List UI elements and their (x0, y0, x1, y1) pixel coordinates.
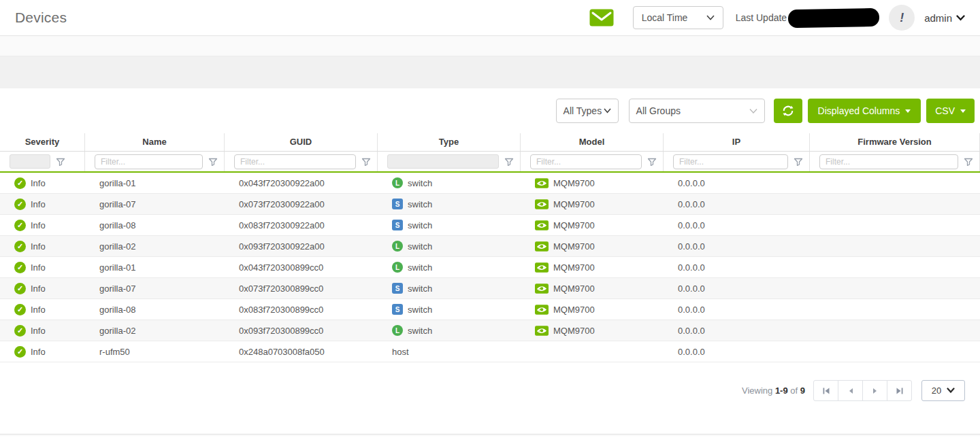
device-model-cell: MQM9700 (521, 178, 664, 188)
column-header-type[interactable]: Type (378, 133, 521, 151)
model-filter-cell (521, 152, 664, 171)
check-circle-icon: ✓ (14, 241, 26, 252)
type-filter-select[interactable] (387, 154, 499, 169)
funnel-icon[interactable] (504, 157, 514, 167)
table-row[interactable]: ✓ Info gorilla-08 0x083f720300899cc0 S s… (0, 299, 980, 320)
nvidia-logo-icon (535, 305, 549, 315)
device-model-cell: MQM9700 (521, 241, 664, 252)
table-row[interactable]: ✓ Info gorilla-07 0x073f720300922a00 S s… (0, 194, 980, 215)
previous-page-button[interactable] (838, 380, 863, 401)
ip-filter-input[interactable] (673, 154, 788, 169)
device-guid-cell: 0x083f720300899cc0 (225, 305, 378, 315)
type-badge-icon: L (392, 325, 403, 336)
device-type-cell: S switch (378, 304, 521, 315)
check-circle-icon: ✓ (14, 325, 26, 337)
device-ip-cell: 0.0.0.0 (664, 220, 810, 230)
device-name-cell: gorilla-01 (85, 178, 225, 188)
device-guid-cell: 0x073f720300899cc0 (225, 284, 378, 294)
check-circle-icon: ✓ (14, 283, 26, 294)
funnel-icon[interactable] (794, 157, 803, 167)
device-model-cell: MQM9700 (521, 220, 664, 230)
nvidia-logo-icon (535, 178, 549, 188)
type-label: switch (408, 199, 432, 209)
funnel-icon[interactable] (208, 157, 218, 167)
funnel-icon[interactable] (56, 157, 65, 167)
model-filter-input[interactable] (530, 154, 642, 169)
severity-cell: ✓ Info (0, 199, 85, 210)
type-label: switch (408, 178, 432, 188)
refresh-button[interactable] (774, 99, 802, 123)
type-badge-icon: S (392, 304, 403, 315)
viewing-summary: Viewing 1-9 of 9 (742, 385, 805, 396)
severity-label: Info (31, 284, 46, 294)
device-name-cell: gorilla-02 (85, 326, 225, 336)
table-row[interactable]: ✓ Info r-ufm50 0x248a0703008fa050 host 0… (0, 341, 980, 362)
table-row[interactable]: ✓ Info gorilla-02 0x093f720300922a00 L s… (0, 236, 980, 257)
severity-cell: ✓ Info (0, 346, 85, 358)
device-guid-cell: 0x083f720300922a00 (225, 220, 378, 230)
table-row[interactable]: ✓ Info gorilla-07 0x073f720300899cc0 S s… (0, 278, 980, 299)
last-update: Last Update (736, 9, 880, 27)
viewing-label: Viewing (742, 385, 772, 396)
column-header-guid[interactable]: GUID (225, 133, 378, 151)
type-label: switch (408, 241, 432, 252)
chevron-down-icon (604, 108, 611, 114)
device-type-cell: L switch (378, 262, 521, 273)
table-filter-row (0, 152, 980, 173)
funnel-icon[interactable] (361, 157, 371, 167)
nvidia-logo-icon (535, 284, 549, 294)
funnel-icon[interactable] (964, 157, 973, 167)
severity-filter-select[interactable] (10, 154, 50, 169)
viewing-range: 1-9 (775, 385, 788, 396)
device-name-cell: r-ufm50 (85, 347, 225, 357)
groups-filter-select[interactable]: All Groups (629, 99, 765, 123)
last-page-button[interactable] (887, 380, 912, 401)
first-page-button[interactable] (813, 380, 838, 401)
displayed-columns-label: Displayed Columns (818, 105, 900, 116)
name-filter-input[interactable] (95, 154, 203, 169)
device-model-cell: MQM9700 (521, 305, 664, 315)
severity-label: Info (31, 347, 46, 357)
displayed-columns-button[interactable]: Displayed Columns (808, 99, 921, 123)
types-filter-value: All Types (564, 105, 602, 116)
next-page-button[interactable] (862, 380, 887, 401)
column-header-ip[interactable]: IP (664, 133, 810, 151)
types-filter-select[interactable]: All Types (556, 99, 619, 123)
severity-label: Info (31, 199, 46, 209)
csv-label: CSV (935, 105, 955, 116)
name-filter-cell (85, 152, 225, 171)
viewing-of-label: of (790, 385, 798, 396)
firmware-filter-input[interactable] (819, 154, 958, 169)
nvidia-logo-icon (535, 262, 549, 273)
device-guid-cell: 0x043f720300922a00 (225, 178, 378, 188)
table-row[interactable]: ✓ Info gorilla-08 0x083f720300922a00 S s… (0, 215, 980, 236)
severity-label: Info (31, 178, 46, 188)
column-header-severity[interactable]: Severity (0, 133, 85, 151)
device-guid-cell: 0x093f720300922a00 (225, 241, 378, 252)
page-size-select[interactable]: 20 (921, 380, 965, 401)
secondary-band (0, 56, 980, 88)
timezone-select[interactable]: Local Time (633, 6, 723, 29)
alert-circle-icon[interactable]: ! (889, 5, 915, 31)
column-header-model[interactable]: Model (521, 133, 664, 151)
funnel-icon[interactable] (647, 157, 657, 167)
table-row[interactable]: ✓ Info gorilla-02 0x093f720300899cc0 L s… (0, 320, 980, 341)
breadcrumb-band (0, 36, 980, 56)
user-menu[interactable]: admin (924, 12, 965, 24)
refresh-icon (781, 104, 795, 118)
column-header-firmware[interactable]: Firmware Version (810, 133, 980, 151)
table-row[interactable]: ✓ Info gorilla-01 0x043f720300899cc0 L s… (0, 257, 980, 278)
envelope-icon[interactable] (589, 9, 614, 27)
nvidia-logo-icon (535, 220, 549, 230)
column-header-name[interactable]: Name (85, 133, 225, 151)
type-label: host (392, 347, 409, 357)
device-model-cell: MQM9700 (521, 199, 664, 209)
model-label: MQM9700 (553, 284, 595, 294)
table-row[interactable]: ✓ Info gorilla-01 0x043f720300922a00 L s… (0, 173, 980, 194)
device-guid-cell: 0x073f720300922a00 (225, 199, 378, 209)
bottom-divider (0, 434, 980, 436)
severity-label: Info (31, 262, 46, 273)
severity-cell: ✓ Info (0, 220, 85, 231)
csv-export-button[interactable]: CSV (926, 99, 975, 123)
guid-filter-input[interactable] (234, 154, 356, 169)
